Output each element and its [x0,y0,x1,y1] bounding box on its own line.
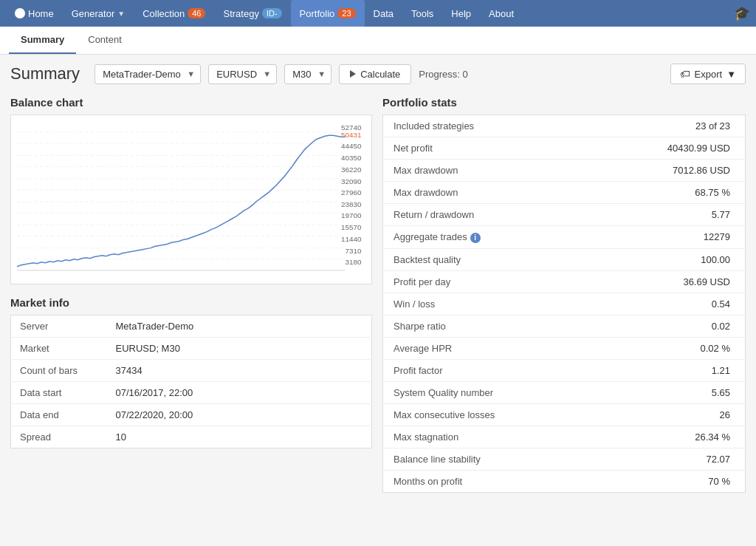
stats-row: Max consecutive losses26 [383,403,746,426]
market-info-value: 10 [107,426,372,448]
symbol-select[interactable]: EURUSD [208,64,277,84]
stats-label: Months on profit [394,476,462,487]
stats-label-cell: Months on profit [383,470,594,492]
market-info-value: MetaTrader-Demo [107,315,372,338]
stats-value-cell: 0.02 [594,315,746,337]
market-info-value: EURUSD; M30 [107,338,372,360]
timeframe-select[interactable]: M30 [284,64,331,84]
stats-label-cell: Win / loss [383,293,594,315]
svg-text:19700: 19700 [341,212,361,220]
stats-label: Win / loss [394,298,435,310]
stats-row: Backtest quality100.00 [383,248,746,270]
stats-row: Max drawdown7012.86 USD [383,160,746,182]
stats-label-cell: Max stagnation [383,426,594,448]
page-title: Summary [10,64,80,83]
stats-row: Months on profit70 % [383,470,746,492]
nav-generator-label: Generator [72,8,115,19]
market-info-label: Data start [11,382,107,404]
export-label: Export [695,69,723,80]
svg-text:52740: 52740 [341,123,361,132]
balance-chart-title: Balance chart [10,96,372,109]
market-info-table: ServerMetaTrader-DemoMarketEURUSD; M30Co… [10,315,372,448]
stats-value-cell: 40430.99 USD [594,137,746,160]
balance-chart-svg: 52740 50431 44450 40350 36220 32090 2796… [17,121,365,278]
stats-row: Sharpe ratio0.02 [383,315,746,337]
stats-label-cell: Max consecutive losses [383,403,594,426]
stats-label-cell: Max drawdown [383,182,594,204]
stats-value-cell: 100.00 [594,248,746,270]
portfolio-badge: 23 [337,8,355,18]
svg-text:7310: 7310 [346,247,362,255]
generator-arrow-icon: ▼ [117,10,125,18]
export-button[interactable]: 🏷 Export ▼ [670,64,746,84]
market-info-value: 37434 [107,360,372,382]
broker-select[interactable]: MetaTrader-Demo [94,64,201,84]
nav-data-label: Data [374,8,394,19]
stats-value-cell: 12279 [594,226,746,249]
stats-label-cell: Net profit [383,137,594,160]
stats-label-cell: Profit per day [383,270,594,293]
tab-content[interactable]: Content [76,27,134,54]
nav-home[interactable]: Home [6,0,63,27]
svg-text:27960: 27960 [341,188,361,197]
stats-label-cell: Balance line stability [383,448,594,470]
stats-value-cell: 7012.86 USD [594,160,746,182]
collection-badge: 46 [188,8,205,18]
stats-label: Max drawdown [394,165,458,176]
stats-row: Aggregate tradesi12279 [383,226,746,249]
market-info-label: Count of bars [11,360,107,382]
nav-help-label: Help [451,8,471,19]
nav-help[interactable]: Help [442,0,480,27]
svg-text:3180: 3180 [346,258,362,266]
stats-label-cell: Sharpe ratio [383,315,594,337]
stats-label: Return / drawdown [394,209,474,220]
market-info-label: Market [11,338,107,360]
nav-about[interactable]: About [480,0,523,27]
graduation-icon[interactable]: 🎓 [734,6,750,21]
left-column: Balance chart 52740 50431 44450 40350 36… [10,96,372,493]
stats-label-cell: Return / drawdown [383,204,594,226]
stats-value-cell: 0.54 [594,293,746,315]
stats-value-cell: 72.07 [594,448,746,470]
stats-row: Max stagnation26.34 % [383,426,746,448]
stats-label: Max stagnation [394,431,458,443]
stats-label: Net profit [394,143,433,154]
stats-value-cell: 68.75 % [594,182,746,204]
market-info-row: Spread10 [11,426,372,448]
market-info-row: ServerMetaTrader-Demo [11,315,372,338]
market-info-row: MarketEURUSD; M30 [11,338,372,360]
nav-about-label: About [489,8,514,19]
info-icon[interactable]: i [470,233,481,243]
play-icon [350,70,356,78]
sub-tabs: Summary Content [0,27,756,55]
nav-data[interactable]: Data [365,0,402,27]
stats-label: Aggregate trades [394,231,467,242]
stats-value-cell: 1.21 [594,359,746,381]
nav-portfolio-label: Portfolio [300,8,335,19]
stats-row: Return / drawdown5.77 [383,204,746,226]
nav-portfolio[interactable]: Portfolio 23 [291,0,365,27]
market-info-title: Market info [10,296,372,309]
main-content: Summary MetaTrader-Demo ▼ EURUSD ▼ M30 ▼… [0,55,756,502]
stats-label: Profit factor [394,365,442,376]
stats-label-cell: Aggregate tradesi [383,226,594,249]
stats-row: Max drawdown68.75 % [383,182,746,204]
tab-summary[interactable]: Summary [9,27,76,54]
portfolio-stats-title: Portfolio stats [382,96,746,109]
svg-text:40350: 40350 [341,154,361,163]
stats-row: Average HPR0.02 % [383,337,746,359]
nav-generator[interactable]: Generator ▼ [63,0,134,27]
two-column-layout: Balance chart 52740 50431 44450 40350 36… [10,96,746,493]
stats-value-cell: 0.02 % [594,337,746,359]
stats-label: Sharpe ratio [394,321,446,332]
stats-label-cell: Included strategies [383,115,594,137]
strategy-badge: ID- [262,8,282,18]
calculate-button[interactable]: Calculate [339,64,411,84]
stats-label-cell: Average HPR [383,337,594,359]
stats-label: Backtest quality [394,254,461,265]
nav-collection[interactable]: Collection 46 [134,0,214,27]
market-info-label: Server [11,315,107,338]
nav-tools[interactable]: Tools [402,0,442,27]
nav-strategy[interactable]: Strategy ID- [214,0,290,27]
stats-value-cell: 5.65 [594,381,746,403]
